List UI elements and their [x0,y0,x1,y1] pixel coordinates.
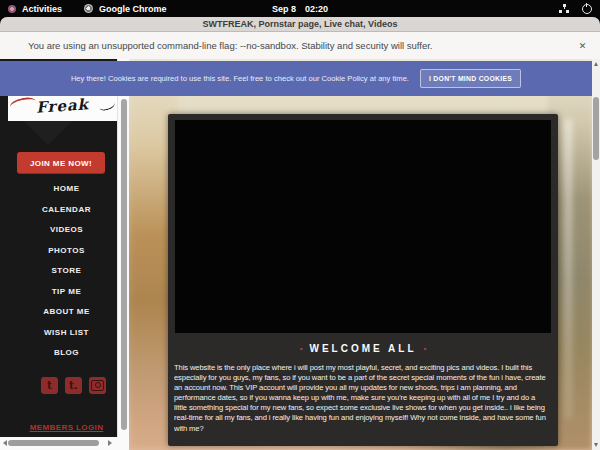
cookie-notice-bar: Hey there! Cookies are required to use t… [0,61,592,96]
logo-text: Freak [35,96,89,117]
sidebar-item-about-me[interactable]: ABOUT ME [0,307,117,316]
infobar-message: You are using an unsupported command-lin… [28,40,433,51]
sidebar-item-calendar[interactable]: CALENDAR [0,205,117,214]
content-panel: •WELCOME ALL• This website is the only p… [168,114,558,446]
scrollbar-thumb[interactable] [593,97,599,160]
app-menu-button[interactable]: Google Chrome [99,4,167,14]
tumblr-icon[interactable]: t. [65,377,82,394]
browser-vertical-scrollbar[interactable] [592,59,600,450]
sidebar-item-home[interactable]: HOME [0,184,117,193]
close-icon[interactable]: ✕ [576,39,589,52]
intro-paragraph: This website is the only place where i w… [174,363,550,443]
sidebar-vertical-scrollbar[interactable] [117,59,129,437]
scrollbar-thumb[interactable] [8,440,99,446]
scroll-right-arrow-icon[interactable] [108,440,112,446]
cookie-message: Hey there! Cookies are required to use t… [71,74,409,83]
gnome-top-bar: Activities Google Chrome [0,0,600,17]
power-icon [582,4,592,14]
desktop-screenshot: Activities Google Chrome Sep 8 02:20 SWT… [0,0,600,450]
welcome-heading-text: WELCOME ALL [309,343,416,354]
sidebar-item-wish-list[interactable]: WISH LIST [0,328,117,337]
scrollbar-thumb[interactable] [121,99,127,430]
members-login-link[interactable]: MEMBERS LOGIN [0,423,117,432]
sidebar-item-blog[interactable]: BLOG [0,348,117,357]
video-player[interactable] [175,120,551,333]
window-title: SWTFREAK, Pornstar page, Live chat, Vide… [203,19,398,29]
window-titlebar[interactable]: SWTFREAK, Pornstar page, Live chat, Vide… [0,17,600,32]
scroll-left-arrow-icon[interactable] [3,440,7,446]
chrome-app-icon [84,4,93,13]
sidebar-item-store[interactable]: STORE [0,266,117,275]
tumblr-glyph: t. [69,379,78,392]
photo-highlight [565,119,572,419]
sidebar-horizontal-scrollbar[interactable] [0,437,129,450]
heading-dot-icon: • [293,344,310,353]
logo-flourish [98,99,116,113]
activities-button[interactable]: Activities [22,4,62,14]
scroll-down-arrow-icon[interactable] [594,443,598,447]
camera-glyph [91,380,104,391]
site-logo[interactable]: Freak [8,96,117,121]
scroll-up-arrow-icon[interactable] [594,62,598,66]
sidebar-item-tip-me[interactable]: TIP ME [0,287,117,296]
twitter-icon[interactable]: t [41,377,58,394]
chrome-infobar: You are using an unsupported command-lin… [0,32,600,59]
welcome-heading: •WELCOME ALL• [168,343,558,354]
join-me-now-button[interactable]: JOIN ME NOW! [17,152,105,174]
page-viewport: •WELCOME ALL• This website is the only p… [0,59,600,450]
network-icon [559,4,569,13]
logo-red-swash [9,96,37,113]
sidebar-item-videos[interactable]: VIDEOS [0,225,117,234]
twitter-glyph: t [47,379,52,392]
activities-icon [8,5,16,13]
heading-dot-icon: • [417,344,434,353]
instagram-icon[interactable] [89,377,106,394]
sidebar: Freak JOIN ME NOW! HOME CALENDAR VIDEOS … [0,59,117,437]
sidebar-item-photos[interactable]: PHOTOS [0,246,117,255]
accept-cookies-button[interactable]: I DON'T MIND COOKIES [420,69,521,88]
system-tray[interactable] [559,0,592,17]
